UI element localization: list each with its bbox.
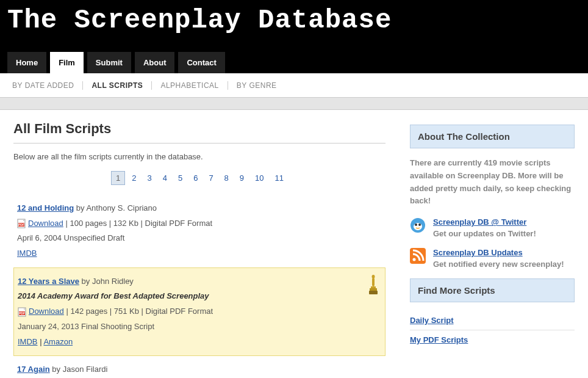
nav-film[interactable]: Film	[50, 52, 84, 73]
script-title-link[interactable]: 12 Years a Slave	[18, 277, 79, 286]
page-4[interactable]: 4	[159, 172, 171, 184]
svg-point-19	[413, 258, 416, 261]
nav-contact[interactable]: Contact	[178, 52, 224, 73]
oscar-icon	[368, 274, 379, 296]
ext-link-imdb[interactable]: IMDB	[18, 337, 38, 346]
page-title: All Film Scripts	[13, 121, 385, 137]
page-2[interactable]: 2	[127, 172, 140, 184]
svg-rect-7	[372, 278, 375, 286]
page-5[interactable]: 5	[174, 172, 187, 184]
nav-about[interactable]: About	[135, 52, 175, 73]
subnav-by-date-added[interactable]: By date added	[12, 81, 83, 90]
social-sub: Get our updates on Twitter!	[433, 229, 536, 238]
download-link[interactable]: Download	[29, 307, 64, 316]
script-title-link[interactable]: 12 and Holding	[17, 203, 74, 213]
pdf-icon: PDF	[18, 307, 29, 316]
more-link[interactable]: My PDF Scripts	[410, 330, 575, 349]
divider	[13, 143, 385, 144]
social-sub: Get notified every new screenplay!	[433, 260, 564, 269]
subnav-by-genre[interactable]: By genre	[228, 81, 285, 90]
intro-text: Below are all the film scripts currently…	[13, 152, 385, 161]
date-info: January 24, 2013 Final Shooting Script	[18, 319, 381, 335]
pagination: 1234567891011	[13, 171, 385, 185]
script-author: by Jason Filardi	[52, 365, 107, 374]
more-heading: Find More Scripts	[410, 278, 575, 302]
page-1[interactable]: 1	[111, 171, 125, 185]
page-6[interactable]: 6	[189, 172, 202, 184]
page-10[interactable]: 10	[251, 172, 268, 184]
main-column: All Film Scripts Below are all the film …	[13, 121, 410, 378]
svg-point-16	[415, 224, 417, 226]
site-header: The Screenplay Database HomeFilmSubmitAb…	[0, 0, 588, 73]
nav-submit[interactable]: Submit	[87, 52, 131, 73]
subnav-alphabetical[interactable]: Alphabetical	[152, 81, 228, 90]
page-3[interactable]: 3	[143, 172, 156, 184]
date-info: April 6, 2004 Unspecified Draft	[17, 231, 382, 246]
pdf-icon: PDF	[17, 219, 28, 228]
script-author: by John Ridley	[82, 277, 134, 286]
page-11[interactable]: 11	[271, 172, 288, 184]
site-title: The Screenplay Database	[7, 0, 581, 35]
sub-nav: By date addedAll scriptsAlphabeticalBy g…	[0, 73, 588, 98]
more-link[interactable]: Daily Script	[410, 311, 575, 330]
social-link[interactable]: Screenplay DB @ Twitter	[433, 217, 526, 227]
about-heading: About The Collection	[410, 125, 575, 148]
page-8[interactable]: 8	[220, 172, 233, 184]
svg-rect-9	[370, 288, 377, 291]
ext-link-amazon[interactable]: Amazon	[43, 337, 73, 346]
page-7[interactable]: 7	[204, 172, 217, 184]
social-link[interactable]: Screenplay DB Updates	[433, 248, 523, 257]
script-item: 17 Again by Jason FilardiPDFDownload | 1…	[13, 356, 385, 378]
script-list: 12 and Holding by Anthony S. CiprianoPDF…	[13, 195, 385, 378]
page-9[interactable]: 9	[235, 172, 248, 184]
social-row: Screenplay DB UpdatesGet notified every …	[410, 248, 575, 269]
main-nav: HomeFilmSubmitAboutContact	[7, 52, 581, 73]
script-author: by Anthony S. Cipriano	[76, 203, 157, 213]
svg-point-15	[414, 223, 422, 230]
svg-rect-10	[369, 291, 378, 294]
award-text: 2014 Academy Award for Best Adapted Scre…	[18, 289, 381, 304]
about-text: There are currently 419 movie scripts av…	[410, 157, 575, 208]
svg-rect-8	[371, 286, 376, 288]
rss-icon	[410, 248, 426, 264]
social-row: Screenplay DB @ TwitterGet our updates o…	[410, 217, 575, 238]
svg-text:PDF: PDF	[18, 223, 24, 227]
more-links: Daily ScriptMy PDF Scripts	[410, 311, 575, 349]
script-item: 12 and Holding by Anthony S. CiprianoPDF…	[13, 195, 385, 267]
subnav-all-scripts[interactable]: All scripts	[83, 81, 152, 90]
download-link[interactable]: Download	[28, 219, 63, 228]
gray-strip	[0, 98, 588, 110]
svg-text:PDF: PDF	[19, 311, 25, 315]
content-container: All Film Scripts Below are all the film …	[0, 110, 588, 378]
svg-point-17	[418, 224, 421, 226]
file-meta: | 142 pages | 751 Kb | Digital PDF Forma…	[66, 307, 213, 316]
social-links: Screenplay DB @ TwitterGet our updates o…	[410, 217, 575, 269]
nav-home[interactable]: Home	[7, 52, 46, 73]
file-meta: | 100 pages | 132 Kb | Digital PDF Forma…	[65, 219, 212, 228]
ext-link-imdb[interactable]: IMDB	[17, 249, 37, 258]
twitter-icon	[410, 217, 426, 233]
script-item: 12 Years a Slave by John Ridley2014 Acad…	[13, 267, 385, 356]
sidebar: About The Collection There are currently…	[410, 121, 575, 378]
script-title-link[interactable]: 17 Again	[17, 365, 50, 374]
